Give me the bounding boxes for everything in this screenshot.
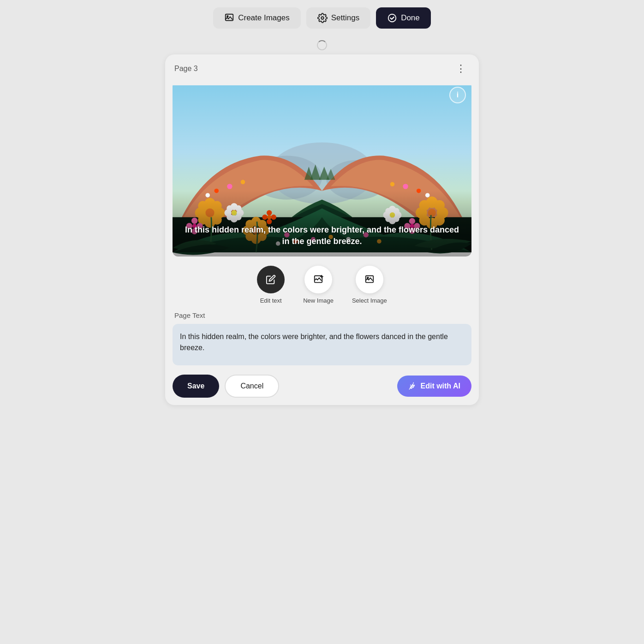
save-button[interactable]: Save <box>173 375 219 398</box>
edit-text-action[interactable]: Edit text <box>257 266 285 304</box>
page-card: Page 3 ⋮ <box>165 54 479 405</box>
toolbar: Create Images Settings Done <box>0 0 644 36</box>
create-images-label: Create Images <box>238 13 290 23</box>
create-images-button[interactable]: Create Images <box>213 7 301 29</box>
done-label: Done <box>401 13 420 23</box>
page-text-input[interactable] <box>173 324 471 365</box>
bottom-row: Save Cancel Edit with AI <box>173 375 471 398</box>
svg-point-3 <box>388 14 396 22</box>
edit-text-label: Edit text <box>260 297 282 304</box>
settings-icon <box>317 13 328 23</box>
svg-point-1 <box>227 16 228 17</box>
settings-label: Settings <box>331 13 359 23</box>
cancel-button[interactable]: Cancel <box>225 375 279 398</box>
done-button[interactable]: Done <box>376 7 431 29</box>
create-images-icon <box>224 13 234 23</box>
info-icon: i <box>457 91 459 99</box>
settings-button[interactable]: Settings <box>306 7 370 29</box>
new-image-label: New Image <box>303 297 334 304</box>
new-image-button[interactable] <box>304 266 332 293</box>
bottom-left-buttons: Save Cancel <box>173 375 279 398</box>
action-row: Edit text New Image Select <box>173 266 471 304</box>
pencil-icon <box>266 274 276 285</box>
page-label: Page 3 <box>174 65 198 73</box>
page-text-section: Page Text <box>173 311 471 367</box>
new-image-icon <box>313 274 323 285</box>
card-header: Page 3 ⋮ <box>173 62 471 76</box>
select-image-icon <box>364 274 375 285</box>
select-image-label: Select Image <box>352 297 387 304</box>
svg-point-84 <box>241 180 245 185</box>
svg-point-88 <box>390 182 395 187</box>
image-caption: In this hidden realm, the colors were br… <box>173 213 471 256</box>
image-info-button[interactable]: i <box>449 87 466 103</box>
ai-wand-icon <box>408 382 417 390</box>
new-image-action[interactable]: New Image <box>303 266 334 304</box>
edit-with-ai-button[interactable]: Edit with AI <box>397 376 471 397</box>
svg-point-83 <box>227 184 232 189</box>
edit-text-button[interactable] <box>257 266 285 293</box>
svg-point-2 <box>321 17 324 19</box>
select-image-button[interactable] <box>356 266 383 293</box>
svg-point-87 <box>403 184 408 189</box>
svg-point-95 <box>367 277 369 279</box>
more-options-button[interactable]: ⋮ <box>452 62 470 76</box>
select-image-action[interactable]: Select Image <box>352 266 387 304</box>
page-text-section-label: Page Text <box>173 311 471 319</box>
edit-with-ai-label: Edit with AI <box>420 382 460 390</box>
loading-spinner <box>315 38 329 53</box>
image-container: i In this hidden realm, the colors were … <box>173 81 471 256</box>
done-icon <box>387 13 397 23</box>
